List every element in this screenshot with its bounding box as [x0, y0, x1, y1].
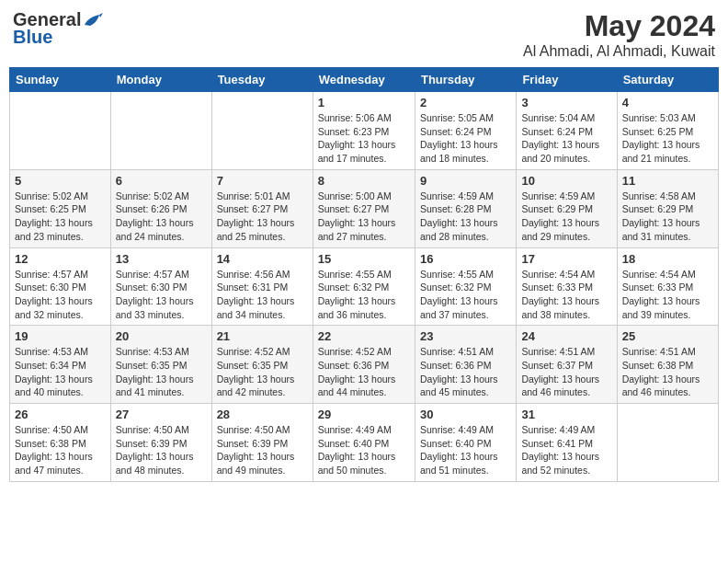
calendar-cell: 5Sunrise: 5:02 AM Sunset: 6:25 PM Daylig…: [10, 169, 111, 247]
calendar-cell: 29Sunrise: 4:49 AM Sunset: 6:40 PM Dayli…: [313, 404, 415, 482]
calendar-cell: 20Sunrise: 4:53 AM Sunset: 6:35 PM Dayli…: [110, 326, 211, 404]
logo-bird-icon: [83, 12, 103, 29]
header-thursday: Thursday: [415, 68, 516, 92]
calendar-cell: 13Sunrise: 4:57 AM Sunset: 6:30 PM Dayli…: [110, 247, 211, 326]
day-number: 19: [15, 329, 106, 343]
calendar-cell: 22Sunrise: 4:52 AM Sunset: 6:36 PM Dayli…: [313, 326, 415, 404]
day-info: Sunrise: 5:05 AM Sunset: 6:24 PM Dayligh…: [420, 111, 511, 166]
calendar-cell: 6Sunrise: 5:02 AM Sunset: 6:26 PM Daylig…: [110, 169, 211, 247]
calendar-cell: 2Sunrise: 5:05 AM Sunset: 6:24 PM Daylig…: [415, 92, 516, 170]
day-info: Sunrise: 4:53 AM Sunset: 6:35 PM Dayligh…: [116, 345, 207, 399]
day-info: Sunrise: 4:53 AM Sunset: 6:34 PM Dayligh…: [15, 345, 106, 399]
week-row-1: 5Sunrise: 5:02 AM Sunset: 6:25 PM Daylig…: [10, 169, 719, 247]
calendar-cell: 21Sunrise: 4:52 AM Sunset: 6:35 PM Dayli…: [211, 326, 313, 404]
calendar-cell: 12Sunrise: 4:57 AM Sunset: 6:30 PM Dayli…: [10, 247, 111, 326]
day-number: 5: [15, 174, 106, 188]
calendar-cell: 24Sunrise: 4:51 AM Sunset: 6:37 PM Dayli…: [517, 326, 617, 404]
day-info: Sunrise: 5:03 AM Sunset: 6:25 PM Dayligh…: [622, 111, 713, 166]
day-number: 8: [318, 174, 410, 188]
week-row-3: 19Sunrise: 4:53 AM Sunset: 6:34 PM Dayli…: [10, 326, 719, 404]
day-number: 20: [116, 329, 207, 343]
calendar-cell: 26Sunrise: 4:50 AM Sunset: 6:38 PM Dayli…: [10, 404, 111, 482]
calendar-cell: 16Sunrise: 4:55 AM Sunset: 6:32 PM Dayli…: [415, 247, 516, 326]
day-info: Sunrise: 4:55 AM Sunset: 6:32 PM Dayligh…: [420, 268, 511, 322]
day-number: 13: [116, 252, 207, 266]
logo-blue-text: Blue: [13, 27, 52, 48]
calendar-cell: 4Sunrise: 5:03 AM Sunset: 6:25 PM Daylig…: [617, 92, 718, 170]
calendar-cell: 3Sunrise: 5:04 AM Sunset: 6:24 PM Daylig…: [517, 92, 617, 170]
day-info: Sunrise: 4:54 AM Sunset: 6:33 PM Dayligh…: [521, 268, 611, 322]
day-number: 24: [521, 329, 611, 343]
day-number: 10: [521, 174, 611, 188]
day-info: Sunrise: 4:50 AM Sunset: 6:39 PM Dayligh…: [116, 423, 207, 477]
title-section: May 2024 Al Ahmadi, Al Ahmadi, Kuwait: [523, 9, 715, 60]
day-info: Sunrise: 4:49 AM Sunset: 6:40 PM Dayligh…: [318, 423, 410, 477]
calendar-table: SundayMondayTuesdayWednesdayThursdayFrid…: [9, 67, 719, 482]
day-info: Sunrise: 4:49 AM Sunset: 6:41 PM Dayligh…: [521, 423, 611, 477]
day-info: Sunrise: 4:51 AM Sunset: 6:36 PM Dayligh…: [420, 345, 511, 399]
day-number: 27: [116, 408, 207, 421]
day-number: 28: [217, 408, 308, 421]
week-row-4: 26Sunrise: 4:50 AM Sunset: 6:38 PM Dayli…: [10, 404, 719, 482]
header-tuesday: Tuesday: [211, 68, 313, 92]
day-number: 12: [15, 252, 106, 266]
location-title: Al Ahmadi, Al Ahmadi, Kuwait: [523, 43, 715, 60]
day-info: Sunrise: 4:55 AM Sunset: 6:32 PM Dayligh…: [318, 268, 410, 322]
day-number: 4: [622, 96, 713, 109]
calendar-cell: [617, 404, 718, 482]
day-number: 6: [116, 174, 207, 188]
calendar-cell: 23Sunrise: 4:51 AM Sunset: 6:36 PM Dayli…: [415, 326, 516, 404]
calendar-cell: 14Sunrise: 4:56 AM Sunset: 6:31 PM Dayli…: [211, 247, 313, 326]
calendar-cell: 10Sunrise: 4:59 AM Sunset: 6:29 PM Dayli…: [517, 169, 617, 247]
header-friday: Friday: [517, 68, 617, 92]
day-number: 30: [420, 408, 511, 421]
day-info: Sunrise: 5:02 AM Sunset: 6:25 PM Dayligh…: [15, 190, 106, 244]
header-monday: Monday: [110, 68, 211, 92]
calendar-cell: [10, 92, 111, 170]
calendar-cell: 15Sunrise: 4:55 AM Sunset: 6:32 PM Dayli…: [313, 247, 415, 326]
day-number: 18: [622, 252, 713, 266]
day-number: 29: [318, 408, 410, 421]
day-number: 7: [217, 174, 308, 188]
calendar-cell: 17Sunrise: 4:54 AM Sunset: 6:33 PM Dayli…: [517, 247, 617, 326]
calendar-cell: 31Sunrise: 4:49 AM Sunset: 6:41 PM Dayli…: [517, 404, 617, 482]
day-number: 23: [420, 329, 511, 343]
day-info: Sunrise: 4:57 AM Sunset: 6:30 PM Dayligh…: [15, 268, 106, 322]
calendar-cell: [110, 92, 211, 170]
month-title: May 2024: [523, 9, 715, 43]
day-info: Sunrise: 4:50 AM Sunset: 6:39 PM Dayligh…: [217, 423, 308, 477]
calendar-cell: 30Sunrise: 4:49 AM Sunset: 6:40 PM Dayli…: [415, 404, 516, 482]
day-info: Sunrise: 4:54 AM Sunset: 6:33 PM Dayligh…: [622, 268, 713, 322]
calendar-cell: 19Sunrise: 4:53 AM Sunset: 6:34 PM Dayli…: [10, 326, 111, 404]
day-info: Sunrise: 4:56 AM Sunset: 6:31 PM Dayligh…: [217, 268, 308, 322]
day-info: Sunrise: 5:04 AM Sunset: 6:24 PM Dayligh…: [521, 111, 611, 166]
week-row-0: 1Sunrise: 5:06 AM Sunset: 6:23 PM Daylig…: [10, 92, 719, 170]
day-number: 25: [622, 329, 713, 343]
day-number: 16: [420, 252, 511, 266]
header-sunday: Sunday: [10, 68, 111, 92]
day-info: Sunrise: 5:06 AM Sunset: 6:23 PM Dayligh…: [318, 111, 410, 166]
day-info: Sunrise: 4:52 AM Sunset: 6:36 PM Dayligh…: [318, 345, 410, 399]
day-info: Sunrise: 4:59 AM Sunset: 6:28 PM Dayligh…: [420, 190, 511, 244]
day-number: 22: [318, 329, 410, 343]
page-header: General Blue May 2024 Al Ahmadi, Al Ahma…: [9, 9, 719, 60]
day-info: Sunrise: 5:00 AM Sunset: 6:27 PM Dayligh…: [318, 190, 410, 244]
header-saturday: Saturday: [617, 68, 718, 92]
day-number: 21: [217, 329, 308, 343]
calendar-cell: 8Sunrise: 5:00 AM Sunset: 6:27 PM Daylig…: [313, 169, 415, 247]
day-info: Sunrise: 4:49 AM Sunset: 6:40 PM Dayligh…: [420, 423, 511, 477]
calendar-cell: 1Sunrise: 5:06 AM Sunset: 6:23 PM Daylig…: [313, 92, 415, 170]
day-number: 11: [622, 174, 713, 188]
header-wednesday: Wednesday: [313, 68, 415, 92]
day-info: Sunrise: 4:50 AM Sunset: 6:38 PM Dayligh…: [15, 423, 106, 477]
calendar-cell: 11Sunrise: 4:58 AM Sunset: 6:29 PM Dayli…: [617, 169, 718, 247]
calendar-cell: 28Sunrise: 4:50 AM Sunset: 6:39 PM Dayli…: [211, 404, 313, 482]
day-number: 14: [217, 252, 308, 266]
day-info: Sunrise: 4:57 AM Sunset: 6:30 PM Dayligh…: [116, 268, 207, 322]
calendar-cell: 27Sunrise: 4:50 AM Sunset: 6:39 PM Dayli…: [110, 404, 211, 482]
calendar-cell: [211, 92, 313, 170]
day-info: Sunrise: 4:52 AM Sunset: 6:35 PM Dayligh…: [217, 345, 308, 399]
day-info: Sunrise: 5:02 AM Sunset: 6:26 PM Dayligh…: [116, 190, 207, 244]
day-number: 17: [521, 252, 611, 266]
day-number: 9: [420, 174, 511, 188]
